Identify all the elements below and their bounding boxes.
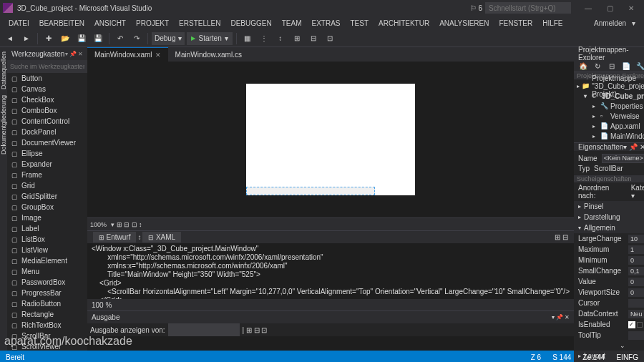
- checkbox[interactable]: ✓: [628, 321, 635, 328]
- tab-mainwindow-cs[interactable]: MainWindow.xaml.cs: [168, 47, 249, 62]
- toolbox-item[interactable]: ▢PasswordBox: [7, 277, 87, 288]
- tree-mainwindow[interactable]: ▸📄MainWindow.xaml: [577, 131, 644, 141]
- property-value[interactable]: Neu: [628, 310, 644, 318]
- showall-icon[interactable]: 📄: [620, 60, 633, 72]
- toolbox-item[interactable]: ▢Rectangle: [7, 309, 87, 320]
- tree-properties[interactable]: ▸🔧Properties: [577, 101, 644, 111]
- undo-icon[interactable]: ↶: [113, 31, 127, 46]
- toolbox-item[interactable]: ▢Label: [7, 223, 87, 234]
- toolbox-item[interactable]: ▢Grid: [7, 180, 87, 191]
- minimize-button[interactable]: —: [578, 1, 598, 14]
- tb-icon-4[interactable]: ⊞: [290, 31, 304, 46]
- property-value[interactable]: 10: [628, 235, 644, 243]
- section-darstellung[interactable]: ▸Darstellung: [574, 212, 644, 222]
- collapse-icon[interactable]: ⊟: [605, 60, 618, 72]
- start-button[interactable]: ▶Starten ▾: [187, 32, 232, 45]
- output-pin-icon[interactable]: ▾ 📌 ✕: [552, 314, 570, 321]
- toolbox-item[interactable]: ▢ListView: [7, 245, 87, 255]
- expand-icon[interactable]: ⌄: [574, 341, 644, 351]
- output-icons[interactable]: | ⊞ ⊟ ⊡: [243, 326, 268, 334]
- xaml-designer[interactable]: [87, 62, 574, 217]
- property-value[interactable]: 0: [628, 256, 644, 265]
- close-icon[interactable]: ✕: [155, 52, 161, 59]
- menu-team[interactable]: TEAM: [278, 18, 306, 29]
- menu-bearbeiten[interactable]: BEARBEITEN: [35, 18, 89, 29]
- tb-icon-6[interactable]: ⊡: [323, 31, 337, 46]
- tb-icon-5[interactable]: ⊟: [306, 31, 321, 46]
- output-body[interactable]: [87, 336, 574, 351]
- tree-references[interactable]: ▸▫Verweise: [577, 111, 644, 121]
- zoom-level[interactable]: 100%: [90, 221, 107, 228]
- properties-search-input[interactable]: [577, 175, 644, 182]
- toolbox-pin-icon[interactable]: ▾ 📌 ✕: [65, 51, 83, 57]
- scrollbar-element[interactable]: [246, 187, 375, 195]
- redo-icon[interactable]: ↷: [130, 31, 144, 46]
- menu-architektur[interactable]: ARCHITEKTUR: [374, 18, 434, 29]
- toolbox-item[interactable]: ▢Canvas: [7, 84, 87, 94]
- xaml-editor[interactable]: <Window x:Class="_3D_Cube_project.MainWi…: [87, 243, 574, 299]
- refresh-icon[interactable]: ↻: [591, 60, 604, 72]
- property-marker-icon[interactable]: [637, 322, 643, 328]
- menu-datei[interactable]: DATEI: [4, 18, 34, 29]
- nav-back-icon[interactable]: ◄: [3, 31, 17, 46]
- toolbox-item[interactable]: ▢Menu: [7, 266, 87, 277]
- toolbox-item[interactable]: ▢Image: [7, 212, 87, 223]
- menu-extras[interactable]: EXTRAS: [307, 18, 344, 29]
- menu-fenster[interactable]: FENSTER: [494, 18, 537, 29]
- toolbox-item[interactable]: ▢GroupBox: [7, 202, 87, 212]
- toolbox-item[interactable]: ▢Ellipse: [7, 148, 87, 159]
- tb-icon-2[interactable]: ⋮: [257, 31, 271, 46]
- section-allgemein[interactable]: ▾Allgemein: [574, 222, 644, 233]
- props-icon[interactable]: 🔧: [634, 60, 644, 72]
- toolbox-item[interactable]: ▢Expander: [7, 159, 87, 170]
- toolbox-item[interactable]: ▢GridSplitter: [7, 191, 87, 202]
- notification-flag-icon[interactable]: ⚐ 6: [470, 4, 482, 12]
- side-tab-dokumentgliederung[interactable]: Dokumentgliederung: [0, 92, 7, 157]
- toolbox-item[interactable]: ▢ListBox: [7, 234, 87, 245]
- save-all-icon[interactable]: 💾: [91, 31, 105, 46]
- toolbox-item[interactable]: ▢ContentControl: [7, 116, 87, 127]
- tb-icon-1[interactable]: ▦: [240, 31, 255, 46]
- tree-appxaml[interactable]: ▸📄App.xaml: [577, 121, 644, 131]
- split-icons[interactable]: ⊞ ⊟: [555, 233, 568, 241]
- toolbox-item[interactable]: ▢DocumentViewer: [7, 137, 87, 148]
- toolbox-item[interactable]: ▢Frame: [7, 170, 87, 180]
- menu-ansicht[interactable]: ANSICHT: [90, 18, 130, 29]
- toolbox-list[interactable]: ▢Button▢Canvas▢CheckBox▢ComboBox▢Content…: [7, 73, 87, 351]
- new-project-icon[interactable]: ✚: [42, 31, 56, 46]
- property-value[interactable]: [628, 331, 644, 340]
- solution-node[interactable]: ▸📁Projektmappe "3D_Cube_project" (1 Proj…: [577, 81, 644, 91]
- toolbox-item[interactable]: ▢RadioButton: [7, 298, 87, 309]
- menu-hilfe[interactable]: HILFE: [538, 18, 567, 29]
- zoom-icons[interactable]: ▾ ⊞ ⊟ ⊡ ↕: [111, 221, 142, 228]
- config-dropdown[interactable]: Debug ▾: [152, 32, 185, 45]
- toolbox-item[interactable]: ▢CheckBox: [7, 94, 87, 105]
- menu-erstellen[interactable]: ERSTELLEN: [175, 18, 225, 29]
- toolbox-item[interactable]: ▢RichTextBox: [7, 320, 87, 331]
- signin-link[interactable]: Anmelden ▾: [585, 16, 640, 30]
- solution-tree[interactable]: ▸📁Projektmappe "3D_Cube_project" (1 Proj…: [574, 79, 644, 142]
- home-icon[interactable]: 🏠: [577, 60, 590, 72]
- quick-launch-input[interactable]: [485, 2, 571, 14]
- menu-test[interactable]: TEST: [346, 18, 374, 29]
- toolbox-item[interactable]: ▢ComboBox: [7, 105, 87, 116]
- toolbox-search-input[interactable]: [10, 63, 84, 70]
- save-icon[interactable]: 💾: [74, 31, 89, 46]
- menu-projekt[interactable]: PROJEKT: [132, 18, 173, 29]
- property-value[interactable]: 0: [628, 278, 644, 286]
- design-tab[interactable]: ⊞ Entwurf: [93, 232, 136, 243]
- tb-icon-3[interactable]: ↕: [273, 31, 288, 46]
- output-source-dropdown[interactable]: [168, 323, 240, 336]
- tab-mainwindow-xaml[interactable]: MainWindow.xaml✕: [87, 47, 168, 62]
- property-value[interactable]: 0: [628, 288, 644, 297]
- property-value[interactable]: 1: [628, 245, 644, 254]
- menu-analysieren[interactable]: ANALYSIEREN: [435, 18, 493, 29]
- side-tab-datenquellen[interactable]: Datenquellen: [0, 49, 7, 92]
- properties-pin-icon[interactable]: ▾ 📌 ✕: [623, 143, 644, 151]
- toolbox-item[interactable]: ▢DockPanel: [7, 127, 87, 137]
- property-value[interactable]: 0,1: [628, 267, 644, 275]
- property-value[interactable]: [628, 299, 644, 308]
- close-button[interactable]: ✕: [621, 1, 641, 14]
- xaml-tab[interactable]: ⊟ XAML: [142, 232, 181, 243]
- nav-fwd-icon[interactable]: ►: [19, 31, 34, 46]
